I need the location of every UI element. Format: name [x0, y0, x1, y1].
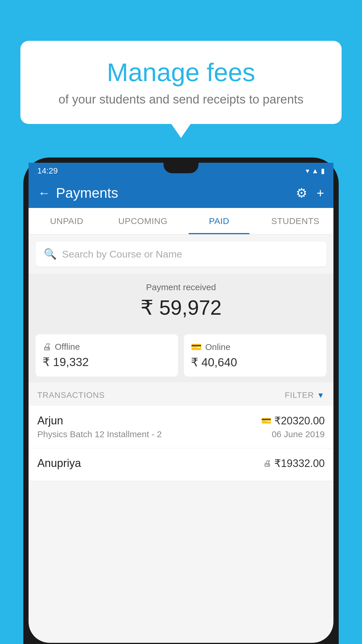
search-placeholder-text: Search by Course or Name [62, 249, 182, 260]
back-button[interactable]: ← [38, 186, 50, 200]
transaction-row-anupriya[interactable]: Anupriya 🖨 ₹19332.00 [29, 448, 333, 481]
search-icon: 🔍 [44, 248, 57, 260]
transaction-sub-arjun: Physics Batch 12 Installment - 2 06 June… [37, 429, 325, 439]
header-left: ← Payments [38, 185, 118, 201]
tab-unpaid[interactable]: UNPAID [29, 208, 105, 234]
settings-icon[interactable]: ⚙ [296, 186, 307, 200]
transactions-label: TRANSACTIONS [37, 391, 105, 400]
filter-icon: ▼ [317, 391, 325, 400]
app-header: ← Payments ⚙ + [29, 178, 333, 208]
speech-bubble-container: Manage fees of your students and send re… [20, 41, 342, 124]
bubble-subtitle: of your students and send receipts to pa… [44, 92, 318, 106]
transaction-amount-row-arjun: 💳 ₹20320.00 [261, 415, 325, 427]
payment-received-label: Payment received [37, 282, 325, 292]
tab-upcoming[interactable]: UPCOMING [105, 208, 181, 234]
cash-icon-anupriya: 🖨 [263, 459, 271, 468]
transaction-amount-arjun: ₹20320.00 [274, 415, 325, 427]
status-icons: ▾ ▲ ▮ [306, 167, 325, 175]
filter-button[interactable]: FILTER ▼ [285, 391, 325, 400]
signal-icon: ▲ [312, 167, 319, 175]
phone-notch [164, 163, 198, 173]
phone-wrapper: 14:29 ▾ ▲ ▮ ← Payments ⚙ + [23, 158, 339, 644]
filter-label: FILTER [285, 391, 314, 400]
battery-icon: ▮ [321, 167, 325, 175]
phone-time: 14:29 [37, 166, 58, 176]
offline-card-header: 🖨 Offline [43, 342, 171, 352]
offline-card: 🖨 Offline ₹ 19,332 [36, 334, 178, 377]
online-amount: ₹ 40,640 [191, 356, 319, 369]
tab-paid[interactable]: PAID [181, 208, 257, 234]
add-icon[interactable]: + [317, 186, 324, 200]
transaction-amount-anupriya: ₹19332.00 [274, 457, 325, 470]
tab-students[interactable]: STUDENTS [257, 208, 334, 234]
payment-cards-row: 🖨 Offline ₹ 19,332 💳 Online ₹ 40,640 [29, 328, 333, 382]
transaction-amount-row-anupriya: 🖨 ₹19332.00 [263, 457, 325, 470]
transaction-row-arjun[interactable]: Arjun 💳 ₹20320.00 Physics Batch 12 Insta… [29, 406, 333, 448]
transaction-date-arjun: 06 June 2019 [272, 429, 325, 439]
wifi-icon: ▾ [306, 167, 309, 175]
bubble-title: Manage fees [44, 58, 318, 87]
app-screen: ← Payments ⚙ + UNPAID UPCOMING PAID STUD… [29, 178, 333, 643]
transaction-name-arjun: Arjun [37, 414, 63, 427]
speech-bubble: Manage fees of your students and send re… [20, 41, 342, 124]
transaction-name-anupriya: Anupriya [37, 457, 81, 470]
offline-icon: 🖨 [43, 342, 51, 352]
phone-frame: 14:29 ▾ ▲ ▮ ← Payments ⚙ + [23, 158, 339, 644]
header-title: Payments [56, 185, 118, 201]
offline-label: Offline [55, 342, 80, 352]
transaction-main-anupriya: Anupriya 🖨 ₹19332.00 [37, 457, 325, 470]
online-card: 💳 Online ₹ 40,640 [184, 334, 326, 377]
online-card-header: 💳 Online [191, 342, 319, 352]
offline-amount: ₹ 19,332 [43, 355, 171, 369]
payment-amount: ₹ 59,972 [37, 296, 325, 320]
online-icon: 💳 [191, 342, 202, 352]
header-right: ⚙ + [296, 186, 324, 200]
search-bar[interactable]: 🔍 Search by Course or Name [36, 242, 326, 267]
transaction-main-arjun: Arjun 💳 ₹20320.00 [37, 414, 325, 427]
card-pay-icon-arjun: 💳 [261, 416, 271, 426]
payment-summary: Payment received ₹ 59,972 [29, 274, 333, 328]
online-label: Online [205, 342, 231, 352]
transaction-course-arjun: Physics Batch 12 Installment - 2 [37, 429, 162, 439]
transactions-header: TRANSACTIONS FILTER ▼ [29, 382, 333, 406]
tabs-bar: UNPAID UPCOMING PAID STUDENTS [29, 208, 333, 235]
